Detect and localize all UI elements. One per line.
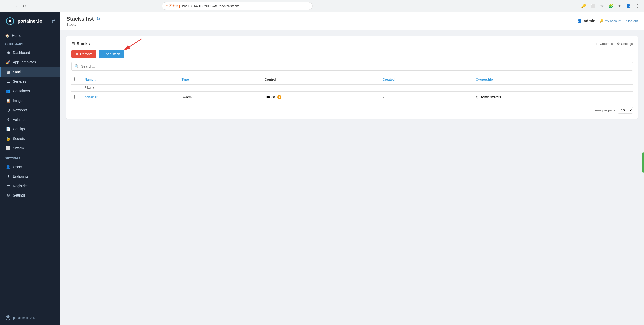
search-input[interactable] — [81, 64, 630, 68]
sidebar-item-stacks[interactable]: ▦ Stacks — [0, 67, 60, 77]
type-header[interactable]: Type — [179, 75, 262, 85]
sidebar-item-images[interactable]: 📋 Images — [0, 96, 60, 105]
refresh-stacks-button[interactable]: ↻ — [96, 16, 100, 22]
stacks-card: ⊞ Stacks ⊞ Columns ⚙ Settings — [66, 36, 638, 119]
bookmark-icon[interactable]: ☆ — [599, 3, 605, 9]
sidebar-item-home[interactable]: 🏠 Home — [0, 30, 60, 41]
sidebar-footer: portainer.io 2.1.1 — [0, 311, 60, 325]
sidebar-item-users[interactable]: 👤 Users — [0, 162, 60, 172]
translate-icon[interactable]: ⬜ — [589, 3, 597, 9]
logo-text: portainer.io — [18, 19, 42, 24]
sidebar: portainer.io ⇄ 🏠 Home ⬡ PRIMARY ◉ Dashbo… — [0, 12, 60, 325]
dashboard-icon: ◉ — [6, 50, 10, 55]
settings-table-button[interactable]: ⚙ Settings — [617, 42, 633, 46]
security-warning: ⚠ 不安全 | — [166, 4, 180, 8]
name-header[interactable]: Name ↕ — [82, 75, 179, 85]
sidebar-item-label: Swarm — [13, 146, 24, 150]
search-icon: 🔍 — [75, 64, 79, 68]
pagination-bar: Items per page 10 25 50 100 — [71, 107, 633, 114]
volumes-icon: 🗄 — [6, 117, 10, 122]
settings-icon: ⚙ — [6, 193, 10, 198]
sidebar-item-registries[interactable]: 🗃 Registries — [0, 181, 60, 190]
switch-endpoint-button[interactable]: ⇄ — [52, 18, 55, 24]
forward-button[interactable]: → — [12, 3, 19, 9]
sidebar-item-app-templates[interactable]: 🚀 App Templates — [0, 57, 60, 67]
address-bar[interactable]: ⚠ 不安全 | 192.168.64.153:9000/#!/1/docker/… — [162, 2, 313, 10]
sidebar-item-secrets[interactable]: 🔒 Secrets — [0, 134, 60, 143]
sidebar-item-swarm[interactable]: ⬜ Swarm — [0, 143, 60, 153]
primary-icon: ⬡ — [5, 43, 8, 46]
sidebar-item-volumes[interactable]: 🗄 Volumes — [0, 115, 60, 124]
sidebar-item-configs[interactable]: 📄 Configs — [0, 124, 60, 134]
add-stack-button[interactable]: + Add stack — [99, 50, 124, 58]
toolbar: 🗑 Remove + Add stack — [71, 50, 633, 58]
ownership-header[interactable]: Ownership — [473, 75, 633, 85]
home-icon: 🏠 — [5, 34, 9, 38]
columns-button[interactable]: ⊞ Columns — [596, 42, 613, 46]
stack-name-link[interactable]: portainer — [85, 95, 97, 99]
secrets-icon: 🔒 — [6, 136, 10, 141]
user-info: 👤 admin — [577, 19, 595, 23]
password-manager-icon[interactable]: 🔑 — [580, 3, 588, 9]
control-badge: ℹ — [277, 95, 281, 99]
sidebar-item-settings[interactable]: ⚙ Settings — [0, 190, 60, 200]
control-header: Control — [262, 75, 380, 85]
sidebar-item-endpoints[interactable]: ⬇ Endpoints — [0, 172, 60, 181]
sidebar-item-label: App Templates — [13, 60, 36, 64]
svg-rect-9 — [7, 317, 9, 318]
key-icon: 🔑 — [599, 19, 603, 23]
table-header-row: Name ↕ Type Control Created Ownership — [71, 75, 633, 85]
services-icon: ☰ — [6, 79, 10, 84]
extension-icon[interactable]: 🧩 — [607, 3, 615, 9]
stacks-table: Name ↕ Type Control Created Ownership Fi… — [71, 75, 633, 103]
back-button[interactable]: ← — [3, 3, 10, 9]
sidebar-item-label: Images — [13, 99, 24, 103]
sidebar-item-label: Stacks — [13, 70, 23, 74]
stack-control: Limited ℹ — [262, 92, 380, 103]
home-label: Home — [12, 34, 21, 38]
refresh-button[interactable]: ↻ — [21, 3, 27, 9]
url-text: 192.168.64.153:9000/#!/1/docker/stacks — [181, 4, 239, 8]
stack-ownership: ⊘ administrators — [473, 92, 633, 103]
main-area: Stacks list ↻ Stacks 👤 admin 🔑 my accoun… — [60, 12, 644, 325]
sidebar-item-containers[interactable]: 👥 Containers — [0, 86, 60, 96]
row-checkbox[interactable] — [74, 95, 78, 99]
app: portainer.io ⇄ 🏠 Home ⬡ PRIMARY ◉ Dashbo… — [0, 12, 644, 325]
sidebar-item-label: Settings — [13, 193, 26, 197]
svg-rect-3 — [9, 20, 11, 21]
items-per-page-label: Items per page — [593, 108, 615, 112]
sidebar-item-label: Services — [13, 79, 26, 83]
sidebar-item-networks[interactable]: ⬡ Networks — [0, 105, 60, 115]
menu-icon[interactable]: ⋮ — [634, 3, 641, 9]
sidebar-item-services[interactable]: ☰ Services — [0, 77, 60, 86]
sidebar-item-label: Endpoints — [13, 174, 28, 178]
images-icon: 📋 — [6, 98, 10, 103]
puzzle-icon[interactable]: ★ — [616, 3, 623, 9]
topbar-links: 🔑 my account ↩ log out — [599, 19, 638, 23]
card-title: ⊞ Stacks — [71, 41, 90, 46]
my-account-link[interactable]: 🔑 my account — [599, 19, 621, 23]
stack-created: - — [380, 92, 473, 103]
topbar: Stacks list ↻ Stacks 👤 admin 🔑 my accoun… — [60, 12, 644, 30]
networks-icon: ⬡ — [6, 108, 10, 112]
registries-icon: 🗃 — [6, 184, 10, 188]
svg-rect-10 — [7, 318, 9, 318]
footer-logo-text: portainer.io — [13, 316, 28, 320]
created-header[interactable]: Created — [380, 75, 473, 85]
sidebar-item-label: Configs — [13, 127, 25, 131]
sidebar-logo: portainer.io ⇄ — [0, 12, 60, 30]
remove-button[interactable]: 🗑 Remove — [71, 50, 96, 58]
sidebar-item-dashboard[interactable]: ◉ Dashboard — [0, 48, 60, 57]
sidebar-item-label: Secrets — [13, 137, 25, 141]
items-per-page-select[interactable]: 10 25 50 100 — [618, 107, 633, 114]
browser-actions: 🔑 ⬜ ☆ 🧩 ★ 👤 ⋮ — [580, 3, 641, 9]
sidebar-item-label: Networks — [13, 108, 27, 112]
stacks-icon: ▦ — [6, 70, 10, 74]
footer-version: 2.1.1 — [30, 316, 37, 320]
stack-type: Swarm — [179, 92, 262, 103]
account-icon[interactable]: 👤 — [624, 3, 632, 9]
log-out-link[interactable]: ↩ log out — [624, 19, 638, 23]
app-templates-icon: 🚀 — [6, 60, 10, 64]
search-bar: 🔍 — [71, 62, 633, 71]
select-all-checkbox[interactable] — [74, 77, 78, 81]
